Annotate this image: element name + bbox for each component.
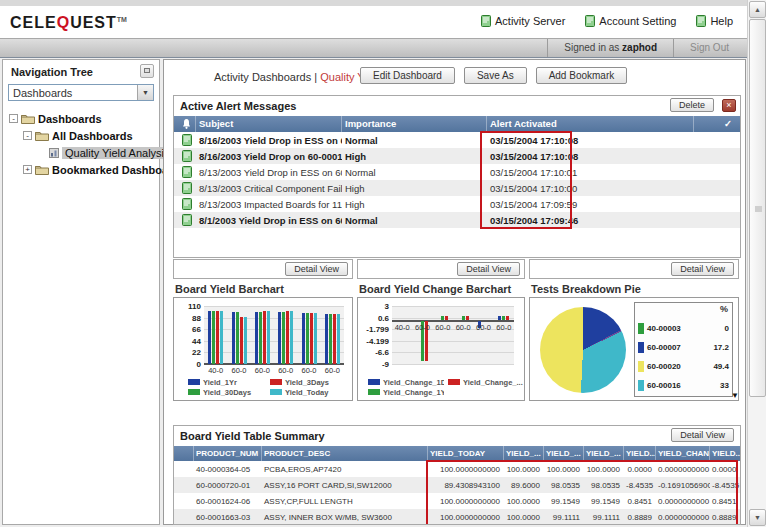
alert-icon	[174, 134, 196, 146]
tree-item-label[interactable]: Dashboards	[38, 113, 102, 125]
bar-yield_3days	[240, 317, 243, 364]
y-axis-tick-label: 3	[365, 302, 389, 311]
summary-col-8[interactable]: YIELD...	[710, 446, 740, 461]
bar-yield_today	[220, 311, 223, 364]
session-bar: Signed in as zaphod Sign Out	[0, 38, 747, 58]
y-axis-tick-label: -4.199	[365, 337, 389, 346]
alert-row[interactable]: 8/13/2003 Yield Drop in ESS on 60-000200…	[174, 164, 740, 180]
pie-legend-rows: 40-00003060-0000717.260-0002049.460-0001…	[638, 319, 730, 395]
sign-out-button[interactable]: Sign Out	[674, 39, 745, 57]
gridline	[204, 318, 344, 319]
col-importance[interactable]: Importance	[342, 116, 487, 132]
summary-col-0[interactable]: PRODUCT_NUM	[194, 446, 262, 461]
tree-scope-select[interactable]: Dashboards ▼	[8, 84, 154, 101]
alert-row[interactable]: 8/16/2003 Yield Drop on 60-0001663 ...Hi…	[174, 148, 740, 164]
legend-item: Yield_Change_1Da	[368, 377, 444, 387]
x-axis-category-label: 40-0	[204, 366, 227, 375]
summary-row[interactable]: 60-0001624-06ASSY,CP,FULL LENGTH100.0000…	[174, 493, 740, 509]
scroll-up-icon[interactable]: ▲	[749, 1, 766, 18]
y-axis-tick-label: 0.6	[365, 314, 389, 323]
y-axis-tick-label: 44	[177, 337, 201, 346]
alert-row[interactable]: 8/13/2003 Critical Component Failure (60…	[174, 180, 740, 196]
detail-view-button[interactable]: Detail View	[671, 262, 734, 276]
check-icon[interactable]: ✓	[694, 116, 740, 132]
summary-col-1[interactable]: PRODUCT_DESC	[262, 446, 428, 461]
bar-yield_3days	[216, 311, 219, 364]
summary-cell: 60-0001624-06	[194, 497, 262, 506]
summary-col-5[interactable]: YIELD_...	[584, 446, 624, 461]
pie-legend-item[interactable]: 60-0002049.4	[638, 357, 730, 376]
detail-view-button[interactable]: Detail View	[285, 262, 348, 276]
summary-col-2[interactable]: YIELD_TODAY	[428, 446, 504, 461]
scroll-down-icon[interactable]: ▼	[749, 509, 766, 526]
summary-cell: 0.8889	[624, 513, 656, 522]
legend-label: Yield_Change_1Da	[383, 378, 444, 387]
col-alert-activated[interactable]: Alert Activated	[487, 116, 694, 132]
green-document-icon	[696, 15, 706, 27]
alert-row[interactable]: 8/1/2003 Yield Drop in ESS on 60-000...N…	[174, 212, 740, 228]
x-axis-category-label: 60-0	[321, 366, 344, 375]
header-link-account-setting[interactable]: Account Setting	[585, 15, 676, 27]
summary-cell: 98.0535	[584, 481, 624, 490]
pie-legend-item[interactable]: 40-000030	[638, 319, 730, 338]
x-axis-category-label: 60-0	[227, 366, 250, 375]
col-subject[interactable]: Subject	[196, 116, 342, 132]
summary-col-3[interactable]: YIELD_...	[504, 446, 544, 461]
board-yield-summary-panel: Board Yield Table Summary Detail View PR…	[173, 425, 741, 525]
delete-button[interactable]: Delete	[670, 98, 714, 112]
tree-item-label[interactable]: Quality Yield Analysis	[62, 147, 173, 159]
add-bookmark-button[interactable]: Add Bookmark	[536, 67, 628, 84]
collapse-toggle-icon[interactable]: -	[23, 131, 32, 140]
alert-row[interactable]: 8/16/2003 Yield Drop in ESS on 60-00...N…	[174, 132, 740, 148]
logo-text: CELE	[10, 14, 57, 31]
scrollbar-thumb[interactable]	[749, 19, 766, 397]
header-link-help[interactable]: Help	[696, 15, 733, 27]
detail-view-button[interactable]: Detail View	[457, 262, 520, 276]
alerts-table-header: Subject Importance Alert Activated ✓	[174, 116, 740, 132]
edit-dashboard-button[interactable]: Edit Dashboard	[360, 67, 455, 84]
tree-item-quality-yield-analysis: Quality Yield Analysis	[3, 144, 159, 161]
folder-icon	[21, 113, 35, 124]
gridline	[204, 341, 344, 342]
summary-cell: 99.1549	[584, 497, 624, 506]
bar-yield_3days	[310, 313, 313, 364]
x-axis-category-label: 60-0	[494, 323, 514, 332]
tree-item-bookmarked-dashboards: +Bookmarked Dashboards	[3, 161, 159, 178]
summary-col-4[interactable]: YIELD_...	[544, 446, 584, 461]
collapse-toggle-icon[interactable]: -	[9, 114, 18, 123]
green-document-icon	[585, 15, 595, 27]
tree-item-dashboards: -Dashboards	[3, 110, 159, 127]
pie-legend-item[interactable]: 60-0001633	[638, 376, 730, 395]
pie-legend-label: 60-00016	[647, 381, 681, 390]
tree-item-label[interactable]: All Dashboards	[52, 130, 133, 142]
y-axis-tick-label: -6.6	[365, 348, 389, 357]
legend-swatch	[448, 379, 460, 385]
save-as-button[interactable]: Save As	[464, 67, 527, 84]
alert-row[interactable]: 8/13/2003 Impacted Boards for 11-0000040…	[174, 196, 740, 212]
breadcrumb-root[interactable]: Activity Dashboards	[214, 71, 311, 83]
collapse-panel-icon[interactable]	[140, 64, 154, 78]
page-scrollbar[interactable]: ▲ ▼	[747, 0, 766, 527]
legend-item: Yield_3Days	[270, 377, 348, 387]
alarm-icon	[174, 116, 196, 132]
legend-label: Yield_Change_1Yr	[383, 388, 444, 397]
legend-label: Yield_3Days	[285, 378, 329, 387]
legend-label: Yield_Today	[285, 388, 328, 397]
gridline	[204, 329, 344, 330]
summary-col-7[interactable]: YIELD_CHAN...	[656, 446, 710, 461]
legend-item: Yield_Change_1Yr	[368, 387, 444, 397]
header-link-activity-server[interactable]: Activity Server	[481, 15, 565, 27]
pie-legend-item[interactable]: 60-0000717.2	[638, 338, 730, 357]
summary-row[interactable]: 60-0000720-01ASSY,16 PORT CARD,SI,SW1200…	[174, 477, 740, 493]
y-axis-tick-label: 66	[177, 325, 201, 334]
y-axis-tick-label: -1.799	[365, 325, 389, 334]
expand-toggle-icon[interactable]: +	[23, 165, 32, 174]
legend-scroll-down-icon[interactable]: ▼	[731, 391, 739, 400]
summary-title: Board Yield Table Summary	[180, 430, 325, 442]
close-icon[interactable]: ×	[722, 99, 736, 112]
chevron-down-icon[interactable]: ▼	[137, 85, 153, 100]
summary-col-6[interactable]: YIELD...	[624, 446, 656, 461]
detail-view-button[interactable]: Detail View	[671, 428, 734, 442]
summary-row[interactable]: 60-0001663-03ASSY, INNER BOX W/MB, SW360…	[174, 509, 740, 525]
summary-row[interactable]: 40-0000364-05PCBA,EROS,AP7420100.0000000…	[174, 461, 740, 477]
